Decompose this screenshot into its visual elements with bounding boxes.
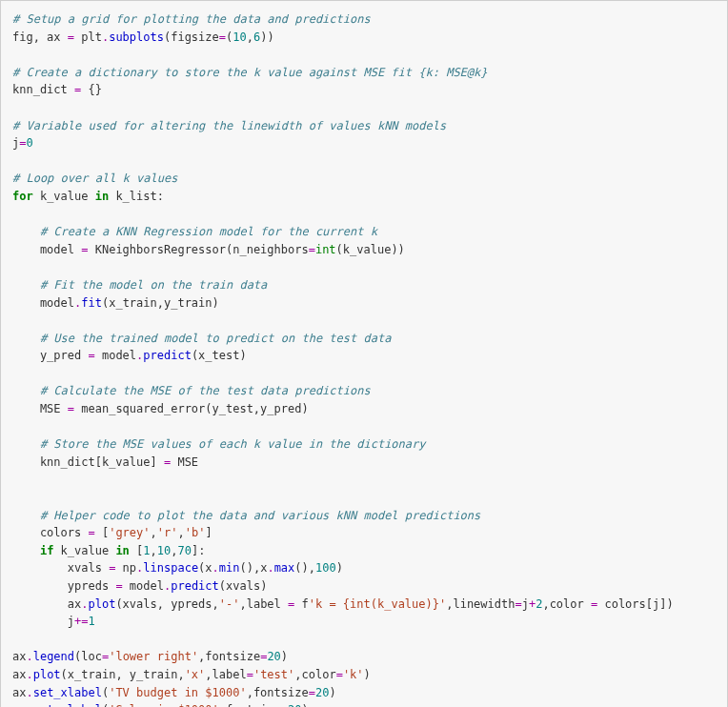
code-text: ypreds [12, 579, 115, 593]
code-text: (xvals, ypreds, [115, 597, 218, 611]
operator: = [309, 243, 315, 256]
operator: = [88, 349, 94, 362]
code-text: MSE [171, 455, 198, 469]
func: max [274, 561, 295, 575]
code-text: , [151, 526, 157, 539]
code-text: [ [95, 526, 109, 539]
code-text: (x [198, 561, 212, 575]
code-text: ] [205, 526, 212, 539]
code-text: ) [364, 668, 371, 681]
number: 10 [157, 544, 171, 557]
code-text: ,fontsize [247, 686, 309, 699]
func: set_ylabel [33, 703, 102, 707]
number: 10 [233, 30, 246, 44]
func: set_xlabel [33, 686, 102, 699]
code-text: colors [12, 526, 88, 539]
string: 'lower right' [109, 650, 198, 663]
code-text: , [177, 526, 184, 539]
code-text: (xvals) [219, 579, 268, 593]
code-text: ,color [294, 668, 335, 681]
number: 20 [288, 703, 301, 707]
dot: . [26, 703, 32, 707]
keyword: for [12, 190, 33, 203]
comment: # Calculate the MSE of the test data pre… [12, 384, 371, 397]
code-text: ,color [542, 597, 591, 611]
code-text: ,fontsize [198, 650, 260, 663]
code-text: ,label [239, 597, 288, 611]
number: 70 [177, 544, 191, 557]
operator: = [247, 668, 253, 681]
string: 'Sales in $1000' [109, 703, 219, 707]
number: 1 [143, 544, 150, 557]
code-text: {} [81, 83, 102, 96]
code-text: (),x [239, 561, 267, 575]
code-text: xvals [12, 561, 109, 575]
string: 'TV budget in $1000' [109, 686, 247, 699]
comment: # Loop over all k values [12, 172, 177, 185]
code-text: mean_squared_error(y_test,y_pred) [74, 402, 309, 415]
func: fit [81, 296, 102, 310]
string: 'grey' [109, 526, 150, 539]
code-text: (figsize [164, 30, 219, 44]
code-text: model [12, 296, 74, 310]
code-text: j [522, 597, 529, 611]
code-text: model [95, 349, 136, 362]
string: 'x' [185, 668, 206, 681]
code-text: (x_train, y_train, [61, 668, 185, 681]
string: '-' [219, 597, 240, 611]
code-text: k_value [33, 190, 95, 203]
code-text: ) [281, 650, 288, 663]
func: min [219, 561, 240, 575]
string: 'k' [343, 668, 364, 681]
dot: . [267, 561, 273, 575]
comment: # Use the trained model to predict on th… [12, 332, 391, 345]
code-text: k_list: [109, 190, 164, 203]
dot: . [212, 561, 219, 575]
code-text: ,linewidth [446, 597, 515, 611]
dot: . [26, 668, 32, 681]
func: predict [171, 579, 219, 593]
operator: = [336, 668, 343, 681]
code-text: knn_dict[k_value] [12, 455, 164, 469]
code-text: (x_test) [192, 349, 247, 362]
code-text: ,fontsize [219, 703, 281, 707]
code-text: ]: [192, 544, 205, 557]
code-text: knn_dict [12, 83, 74, 96]
code-text: ax [12, 686, 26, 699]
string: 'r' [157, 526, 178, 539]
code-text: plt [74, 30, 102, 44]
operator: = [88, 526, 94, 539]
code-text: model [123, 579, 164, 593]
comment: # Variable used for altering the linewid… [12, 119, 446, 132]
code-text: k_value [53, 544, 115, 557]
comment: # Fit the model on the train data [12, 278, 267, 292]
code-text: (), [294, 561, 315, 575]
func: predict [143, 349, 192, 362]
comment: # Setup a grid for plotting the data and… [12, 12, 371, 26]
code-text: [ [130, 544, 143, 557]
keyword: in [95, 190, 109, 203]
code-text: , [151, 544, 157, 557]
code-text: (loc [74, 650, 102, 663]
operator: = [68, 30, 74, 44]
operator: = [68, 402, 74, 415]
string: 'k = {int(k_value)}' [309, 597, 447, 611]
code-text: ) [301, 703, 308, 707]
code-text: np [115, 561, 136, 575]
dot: . [26, 686, 32, 699]
code-text: colors[j]) [597, 597, 673, 611]
func: subplots [109, 30, 164, 44]
operator: = [515, 597, 521, 611]
operator: = [309, 686, 315, 699]
code-text: ) [336, 561, 343, 575]
comment: # Store the MSE values of each k value i… [12, 437, 425, 451]
code-text: model [12, 243, 81, 256]
code-text: ax [12, 668, 26, 681]
code-cell: # Setup a grid for plotting the data and… [0, 0, 728, 707]
code-text: , [247, 30, 253, 44]
code-text: j [12, 615, 74, 628]
dot: . [26, 650, 32, 663]
code-text [12, 544, 40, 557]
code-text: KNeighborsRegressor(n_neighbors [88, 243, 308, 256]
string: 'b' [185, 526, 206, 539]
